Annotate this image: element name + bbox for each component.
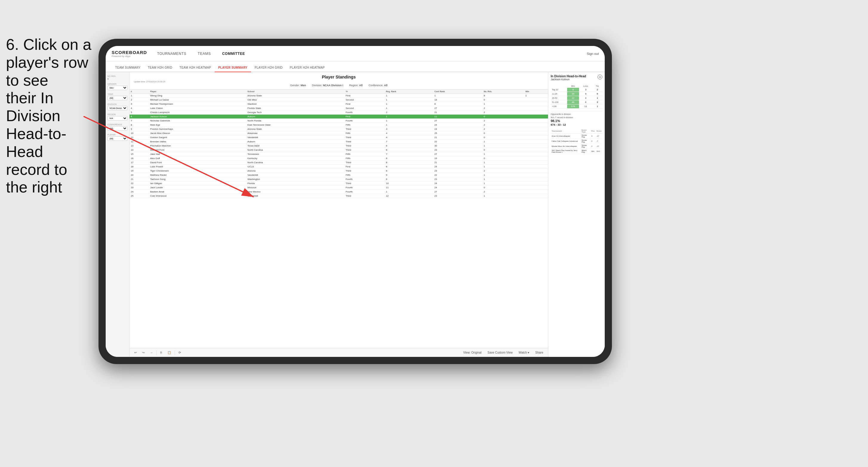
cell-reg: 4 bbox=[385, 131, 433, 135]
table-row[interactable]: 18 Luke Powell UCLA First 8 24 1 bbox=[129, 165, 548, 169]
nav-teams[interactable]: TEAMS bbox=[196, 52, 212, 56]
col-score: Score bbox=[595, 129, 602, 134]
tab-player-summary[interactable]: PLAYER SUMMARY bbox=[215, 64, 251, 72]
standings-panel: Player Standings Update time: 27/03/2024… bbox=[129, 72, 548, 357]
table-row[interactable]: 13 Phichaksn Maichon Texas A&M Third 6 3… bbox=[129, 144, 548, 148]
table-row[interactable]: 7 Nicholas Gabrelcik North Florida Fourt… bbox=[129, 119, 548, 123]
tournament-score: 18-1 bbox=[595, 149, 602, 154]
table-row[interactable]: 10 Jacob Moc-Dleeon Arkansas Fifth 4 25 … bbox=[129, 131, 548, 135]
cell-reg: 1 bbox=[385, 106, 433, 111]
cell-rds: 1 bbox=[483, 177, 524, 181]
division-label: Division bbox=[107, 103, 127, 105]
h2h-close-button[interactable]: ✕ bbox=[597, 74, 602, 80]
table-row[interactable]: 4 Luke Claton Florida State Second 1 27 … bbox=[129, 106, 548, 111]
gender-select[interactable]: Men bbox=[107, 86, 127, 90]
table-row[interactable]: 24 Bastien Amat New Mexico Fourth 1 27 2 bbox=[129, 190, 548, 194]
player-label: Player bbox=[107, 134, 127, 136]
h2h-win-cell: 22 bbox=[567, 96, 579, 100]
cell-player: Christo Lamprecht bbox=[149, 111, 246, 115]
table-row[interactable]: 20 Matthew Riedel Vanderbilt Fifth 9 22 … bbox=[129, 173, 548, 177]
cell-rds: 8 bbox=[483, 94, 524, 98]
nav-tournaments[interactable]: TOURNAMENTS bbox=[156, 52, 187, 56]
table-row[interactable]: 21 Taehoon Song Washington Fourth 6 23 1 bbox=[129, 177, 548, 181]
cell-win bbox=[524, 169, 548, 173]
cell-yr: Fourth bbox=[344, 177, 385, 181]
watch-button[interactable]: Watch ▾ bbox=[517, 350, 531, 355]
cell-rds: 2 bbox=[483, 123, 524, 127]
col-reg-rank: Reg. Rank bbox=[385, 90, 433, 94]
tab-player-h2h-heatmap[interactable]: PLAYER H2H HEATMAP bbox=[286, 64, 328, 72]
table-row[interactable]: 17 David Ford North Carolina Third 8 21 … bbox=[129, 160, 548, 165]
h2h-tie-cell: 1 bbox=[592, 104, 602, 108]
table-row[interactable]: 14 Maxwell Ford North Carolina Third 8 2… bbox=[129, 148, 548, 152]
table-row[interactable]: 25 Cole Sherwood Vanderbilt Third 12 23 … bbox=[129, 194, 548, 198]
table-row[interactable]: 2 Michael La Sasse Ole Miss Second 1 18 … bbox=[129, 98, 548, 102]
no-rds-label: No Rds. bbox=[107, 75, 127, 77]
cell-num: 25 bbox=[129, 194, 149, 198]
cell-school: Missouri bbox=[246, 186, 344, 190]
cell-yr: Third bbox=[344, 127, 385, 131]
table-row[interactable]: 11 Gordon Sargent Vanderbilt Third 4 21 … bbox=[129, 135, 548, 139]
cell-rds: 1 bbox=[483, 181, 524, 186]
cell-num: 12 bbox=[129, 139, 149, 144]
cell-conf: 27 bbox=[433, 152, 483, 156]
h2h-range-label: Top 10 bbox=[551, 88, 567, 92]
h2h-row: 51-100 46 6 3 bbox=[551, 100, 602, 104]
player-select[interactable]: (All) bbox=[107, 136, 127, 141]
cell-win bbox=[524, 144, 548, 148]
cell-win bbox=[524, 148, 548, 152]
table-row[interactable]: 9 Preston Summerhays Arizona State Third… bbox=[129, 127, 548, 131]
copy-button[interactable]: ⎘ bbox=[158, 350, 164, 355]
table-row[interactable]: 22 Ian Gilligan Florida Third 10 24 1 bbox=[129, 181, 548, 186]
tournament-name: Mirabel Maui Jim Intercollegiate bbox=[551, 144, 581, 149]
year-label: Year bbox=[107, 93, 127, 95]
table-row[interactable]: 16 Alex Goff Kentucky Fifth 8 19 0 bbox=[129, 156, 548, 160]
year-select[interactable]: (All) bbox=[107, 96, 127, 100]
region-select[interactable]: N/A bbox=[107, 116, 127, 121]
tournament-type: Stroke Play bbox=[581, 134, 591, 139]
paste-button[interactable]: 📋 bbox=[166, 350, 173, 355]
cell-win bbox=[524, 127, 548, 131]
h2h-loss-cell: 3 bbox=[579, 88, 592, 92]
tab-team-summary[interactable]: TEAM SUMMARY bbox=[112, 64, 144, 72]
redo-button[interactable]: ↪ bbox=[140, 350, 146, 355]
table-row[interactable]: 1 Wenyj Ding Arizona State First 1 1 8 1 bbox=[129, 94, 548, 98]
cell-rds: 1 bbox=[483, 152, 524, 156]
division-select[interactable]: NCAA Division I bbox=[107, 106, 127, 111]
cell-win bbox=[524, 119, 548, 123]
cell-reg: 8 bbox=[385, 160, 433, 165]
tab-team-h2h-grid[interactable]: TEAM H2H GRID bbox=[144, 64, 176, 72]
table-row[interactable]: 5 Christo Lamprecht Georgia Tech Fourth … bbox=[129, 111, 548, 115]
cell-yr: Fourth bbox=[344, 186, 385, 190]
conference-select[interactable]: (All) bbox=[107, 126, 127, 131]
h2h-row: 26-50 22 4 1 bbox=[551, 96, 602, 100]
sign-out-button[interactable]: Sign out bbox=[587, 52, 599, 56]
forward-button[interactable]: → bbox=[148, 350, 155, 355]
cell-conf: 23 bbox=[433, 177, 483, 181]
table-row[interactable]: 19 Tiger Christensen Arizona Third 8 23 … bbox=[129, 169, 548, 173]
refresh-button[interactable]: ⟳ bbox=[177, 350, 183, 355]
cell-reg: 1 bbox=[385, 94, 433, 98]
cell-reg: 2 bbox=[385, 111, 433, 115]
table-row[interactable]: 12 Brendan Valles Auburn Third 7 22 1 bbox=[129, 139, 548, 144]
tab-player-h2h-grid[interactable]: PLAYER H2H GRID bbox=[251, 64, 286, 72]
cell-num: 4 bbox=[129, 106, 149, 111]
undo-button[interactable]: ↩ bbox=[132, 350, 138, 355]
tab-team-h2h-heatmap[interactable]: TEAM H2H HEATMAP bbox=[176, 64, 215, 72]
table-row[interactable]: 8 Mats Ege East Tennessee State Fifth 1 … bbox=[129, 123, 548, 127]
table-row[interactable]: 3 Michael Thorbjornsen Stanford First 1 … bbox=[129, 102, 548, 106]
share-button[interactable]: Share bbox=[533, 350, 545, 355]
table-row[interactable]: 15 Jake Hall Tennessee Fifth 7 27 1 bbox=[129, 152, 548, 156]
table-row[interactable]: 23 Jack Lundin Missouri Fourth 11 24 0 bbox=[129, 186, 548, 190]
cell-school: Georgia Tech bbox=[246, 111, 344, 115]
h2h-tie-cell: 2 bbox=[592, 88, 602, 92]
cell-school: Kentucky bbox=[246, 156, 344, 160]
cell-conf: 11 bbox=[433, 115, 483, 119]
cell-school: Ole Miss bbox=[246, 98, 344, 102]
view-original-button[interactable]: View: Original bbox=[461, 350, 484, 355]
table-row[interactable]: 6 Jackson Koivun Auburn First 1 11 0 bbox=[129, 115, 548, 119]
save-custom-button[interactable]: Save Custom View bbox=[486, 350, 514, 355]
cell-conf: 24 bbox=[433, 123, 483, 127]
cell-reg: 6 bbox=[385, 177, 433, 181]
nav-committee[interactable]: COMMITTEE bbox=[221, 52, 246, 56]
